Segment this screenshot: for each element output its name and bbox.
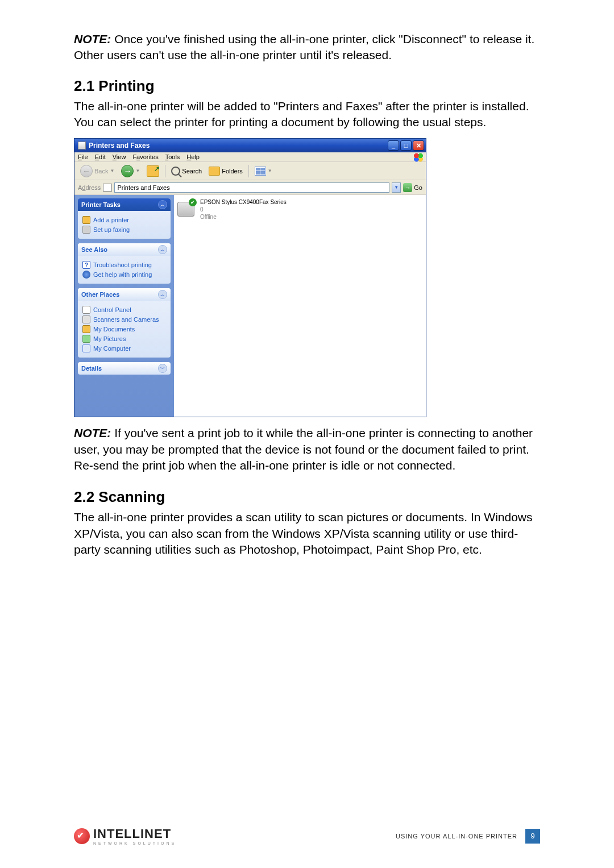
intro-text: Once you've finished using the all-in-on… [74,32,534,61]
my-computer-link[interactable]: My Computer [82,344,166,352]
sidebar: Printer Tasks ︿ Add a printer Set up fax… [74,195,174,417]
computer-icon [82,344,90,352]
windows-flag-icon [413,153,424,162]
menu-edit[interactable]: Edit [95,153,106,160]
menubar: File Edit View Favorites Tools Help [74,152,426,162]
back-dropdown-icon: ▼ [110,168,114,173]
details-panel: Details ﹀ [78,362,171,375]
minimize-button[interactable]: _ [388,140,399,151]
maximize-button[interactable]: □ [400,140,412,151]
brand-name: INTELLINET [93,827,176,841]
footer-section-label: USING YOUR ALL-IN-ONE PRINTER [396,833,517,840]
printing-note-text: If you've sent a print job to it while t… [74,426,533,472]
heading-printing: 2.1 Printing [74,77,540,95]
globe-icon [82,271,90,279]
default-check-icon: ✔ [189,198,197,206]
folders-icon [209,167,220,176]
my-documents-link[interactable]: My Documents [82,325,166,333]
address-label: Address [78,184,101,191]
views-button[interactable]: ▼ [252,165,275,177]
folder-up-icon [147,165,159,177]
other-places-header[interactable]: Other Places ︿ [78,288,171,301]
menu-help[interactable]: Help [186,153,200,160]
camera-icon [82,315,90,323]
pictures-icon [82,335,90,343]
see-also-header[interactable]: See Also ︿ [78,243,171,256]
up-button[interactable] [144,164,161,178]
scanning-body: The all-in-one printer provides a scan u… [74,509,540,558]
address-field[interactable]: Printers and Faxes [114,182,389,193]
window-body: Printer Tasks ︿ Add a printer Set up fax… [74,195,426,417]
views-icon [255,167,266,176]
window-icon [78,142,86,149]
toolbar-separator-2 [248,165,249,177]
menu-favorites[interactable]: Favorites [132,153,158,160]
address-bar: Address Printers and Faxes ▼ → Go [74,180,426,195]
printers-window: Printers and Faxes _ □ ✕ File Edit View … [74,138,426,417]
get-help-link[interactable]: Get help with printing [82,271,166,279]
control-panel-link[interactable]: Control Panel [82,306,166,314]
back-button[interactable]: ← Back ▼ [78,164,117,178]
troubleshoot-link[interactable]: ? Troubleshoot printing [82,261,166,269]
printer-tasks-panel: Printer Tasks ︿ Add a printer Set up fax… [78,198,171,239]
note-prefix: NOTE: [74,426,111,439]
folder-icon [82,325,90,333]
chevron-up-icon: ︿ [158,245,167,254]
toolbar-separator [165,165,165,177]
logo-mark-icon [74,828,90,844]
heading-scanning: 2.2 Scanning [74,488,540,506]
help-icon: ? [82,261,90,269]
printer-icon [82,216,90,224]
forward-arrow-icon: → [121,165,134,177]
printing-note: NOTE: If you've sent a print job to it w… [74,425,540,474]
my-pictures-link[interactable]: My Pictures [82,335,166,343]
go-arrow-icon: → [403,183,412,192]
search-icon [171,167,180,176]
page-number: 9 [525,829,540,844]
printer-tasks-header[interactable]: Printer Tasks ︿ [78,198,171,211]
add-printer-link[interactable]: Add a printer [82,216,166,224]
printing-body: The all-in-one printer will be added to … [74,98,540,131]
setup-faxing-link[interactable]: Set up faxing [82,226,166,234]
intro-note: NOTE: Once you've finished using the all… [74,31,540,64]
brand-logo: INTELLINET NETWORK SOLUTIONS [74,827,176,845]
search-button[interactable]: Search [169,165,204,177]
go-button[interactable]: → Go [403,183,422,192]
other-places-panel: Other Places ︿ Control Panel Scanners an… [78,288,171,358]
chevron-down-icon: ﹀ [158,364,167,373]
note-prefix: NOTE: [74,32,111,45]
address-icon [103,184,112,192]
see-also-panel: See Also ︿ ? Troubleshoot printing Get h… [78,243,171,284]
printer-label: EPSON Stylus CX9400Fax Series 0 Offline [200,198,287,221]
brand-tagline: NETWORK SOLUTIONS [93,841,176,845]
menu-tools[interactable]: Tools [165,153,180,160]
address-dropdown[interactable]: ▼ [392,182,401,193]
chevron-up-icon: ︿ [158,290,167,299]
printer-item[interactable]: ✔ EPSON Stylus CX9400Fax Series 0 Offlin… [177,198,422,221]
forward-dropdown-icon: ▼ [135,168,140,173]
toolbar: ← Back ▼ → ▼ Search Folders ▼ [74,162,426,180]
window-title: Printers and Faxes [89,142,150,149]
fax-icon [82,226,90,234]
menu-view[interactable]: View [113,153,126,160]
content-pane[interactable]: ✔ EPSON Stylus CX9400Fax Series 0 Offlin… [174,195,426,417]
chevron-up-icon: ︿ [158,200,167,209]
titlebar[interactable]: Printers and Faxes _ □ ✕ [74,139,426,152]
details-header[interactable]: Details ﹀ [78,362,171,375]
back-arrow-icon: ← [80,165,93,177]
control-panel-icon [82,306,90,314]
menu-file[interactable]: File [78,153,88,160]
folders-button[interactable]: Folders [206,165,245,177]
scanners-link[interactable]: Scanners and Cameras [82,315,166,323]
page-footer: INTELLINET NETWORK SOLUTIONS USING YOUR … [74,827,540,845]
forward-button[interactable]: → ▼ [119,164,142,178]
close-button[interactable]: ✕ [413,140,424,151]
views-dropdown-icon: ▼ [268,168,272,173]
